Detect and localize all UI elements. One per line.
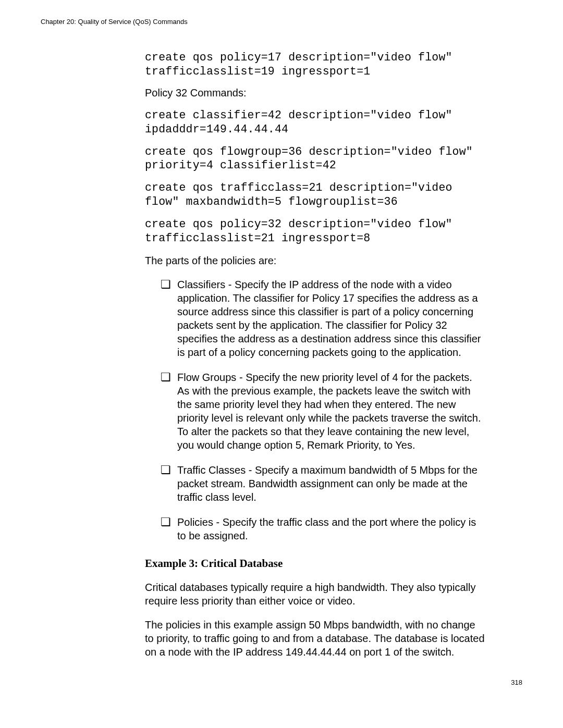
page-number: 318 <box>511 678 522 686</box>
main-content: create qos policy=17 description="video … <box>145 51 486 659</box>
code-block-2-1: create classifier=42 description="video … <box>145 108 486 137</box>
bullet-text: Classifiers - Specify the IP address of … <box>177 278 486 359</box>
bullet-marker-icon: ❏ <box>161 463 177 504</box>
intro-text: The parts of the policies are: <box>145 254 486 267</box>
example-heading: Example 3: Critical Database <box>145 557 486 570</box>
bullet-marker-icon: ❏ <box>161 515 177 542</box>
code-block-2-4: create qos policy=32 description="video … <box>145 217 486 245</box>
bullet-text: Policies - Specify the traffic class and… <box>177 515 486 542</box>
bullet-list: ❏ Classifiers - Specify the IP address o… <box>161 278 486 542</box>
code-block-2-2: create qos flowgroup=36 description="vid… <box>145 145 486 173</box>
paragraph-1: Critical databases typically require a h… <box>145 581 486 608</box>
policy-32-label: Policy 32 Commands: <box>145 87 486 99</box>
code-block-2-3: create qos trafficclass=21 description="… <box>145 181 486 209</box>
bullet-item: ❏ Flow Groups - Specify the new priority… <box>161 371 486 452</box>
paragraph-2: The policies in this example assign 50 M… <box>145 618 486 659</box>
bullet-item: ❏ Traffic Classes - Specify a maximum ba… <box>161 463 486 504</box>
bullet-marker-icon: ❏ <box>161 371 177 452</box>
bullet-text: Traffic Classes - Specify a maximum band… <box>177 463 486 504</box>
chapter-header: Chapter 20: Quality of Service (QoS) Com… <box>41 18 522 26</box>
bullet-text: Flow Groups - Specify the new priority l… <box>177 371 486 452</box>
bullet-item: ❏ Policies - Specify the traffic class a… <box>161 515 486 542</box>
bullet-marker-icon: ❏ <box>161 278 177 359</box>
bullet-item: ❏ Classifiers - Specify the IP address o… <box>161 278 486 359</box>
code-block-1: create qos policy=17 description="video … <box>145 51 486 79</box>
